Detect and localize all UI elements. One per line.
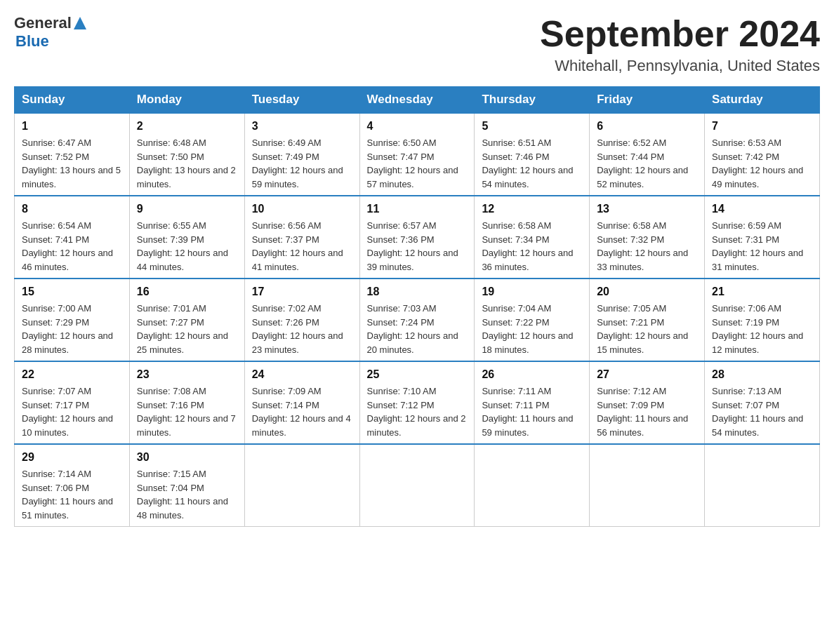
day-number: 27 [597, 366, 697, 383]
day-number: 14 [712, 201, 812, 217]
calendar-cell: 2Sunrise: 6:48 AMSunset: 7:50 PMDaylight… [129, 113, 244, 196]
calendar-cell: 28Sunrise: 7:13 AMSunset: 7:07 PMDayligh… [705, 361, 820, 444]
calendar-cell: 6Sunrise: 6:52 AMSunset: 7:44 PMDaylight… [590, 113, 705, 196]
day-header-thursday: Thursday [475, 87, 590, 114]
calendar-cell: 1Sunrise: 6:47 AMSunset: 7:52 PMDaylight… [15, 113, 130, 196]
day-number: 20 [597, 283, 697, 300]
day-number: 1 [22, 118, 122, 135]
day-header-sunday: Sunday [15, 87, 130, 114]
day-number: 8 [22, 201, 122, 217]
calendar-table: SundayMondayTuesdayWednesdayThursdayFrid… [14, 86, 820, 527]
week-row-1: 1Sunrise: 6:47 AMSunset: 7:52 PMDaylight… [15, 113, 820, 196]
logo: General Blue [14, 14, 88, 51]
calendar-cell: 7Sunrise: 6:53 AMSunset: 7:42 PMDaylight… [705, 113, 820, 196]
calendar-cell: 21Sunrise: 7:06 AMSunset: 7:19 PMDayligh… [705, 279, 820, 361]
calendar-cell: 13Sunrise: 6:58 AMSunset: 7:32 PMDayligh… [590, 196, 705, 279]
day-header-monday: Monday [129, 87, 244, 114]
calendar-cell: 4Sunrise: 6:50 AMSunset: 7:47 PMDaylight… [359, 113, 475, 196]
day-number: 3 [252, 118, 352, 135]
day-number: 5 [482, 118, 582, 135]
title-area: September 2024 Whitehall, Pennsylvania, … [540, 14, 820, 75]
day-number: 7 [712, 118, 812, 135]
calendar-cell: 18Sunrise: 7:03 AMSunset: 7:24 PMDayligh… [359, 279, 475, 361]
calendar-cell [359, 444, 475, 527]
calendar-cell [244, 444, 359, 527]
day-number: 15 [22, 283, 122, 300]
week-row-2: 8Sunrise: 6:54 AMSunset: 7:41 PMDaylight… [15, 196, 820, 279]
calendar-cell: 24Sunrise: 7:09 AMSunset: 7:14 PMDayligh… [244, 361, 359, 444]
calendar-cell: 20Sunrise: 7:05 AMSunset: 7:21 PMDayligh… [590, 279, 705, 361]
calendar-cell: 29Sunrise: 7:14 AMSunset: 7:06 PMDayligh… [15, 444, 130, 527]
svg-marker-0 [74, 17, 86, 29]
day-number: 29 [22, 449, 122, 466]
day-number: 6 [597, 118, 697, 135]
calendar-cell [705, 444, 820, 527]
logo-blue-text: Blue [15, 32, 88, 51]
day-number: 16 [137, 283, 237, 300]
calendar-cell: 14Sunrise: 6:59 AMSunset: 7:31 PMDayligh… [705, 196, 820, 279]
calendar-cell: 19Sunrise: 7:04 AMSunset: 7:22 PMDayligh… [475, 279, 590, 361]
day-number: 23 [137, 366, 237, 383]
calendar-cell: 15Sunrise: 7:00 AMSunset: 7:29 PMDayligh… [15, 279, 130, 361]
day-header-tuesday: Tuesday [244, 87, 359, 114]
calendar-cell: 25Sunrise: 7:10 AMSunset: 7:12 PMDayligh… [359, 361, 475, 444]
day-number: 18 [367, 283, 468, 300]
week-row-4: 22Sunrise: 7:07 AMSunset: 7:17 PMDayligh… [15, 361, 820, 444]
week-row-3: 15Sunrise: 7:00 AMSunset: 7:29 PMDayligh… [15, 279, 820, 361]
day-number: 26 [482, 366, 582, 383]
calendar-cell: 22Sunrise: 7:07 AMSunset: 7:17 PMDayligh… [15, 361, 130, 444]
calendar-cell: 5Sunrise: 6:51 AMSunset: 7:46 PMDaylight… [475, 113, 590, 196]
location-title: Whitehall, Pennsylvania, United States [540, 57, 820, 75]
day-number: 17 [252, 283, 352, 300]
calendar-cell: 10Sunrise: 6:56 AMSunset: 7:37 PMDayligh… [244, 196, 359, 279]
day-number: 25 [367, 366, 468, 383]
day-number: 9 [137, 201, 237, 217]
month-title: September 2024 [540, 14, 820, 54]
calendar-cell [475, 444, 590, 527]
day-number: 4 [367, 118, 468, 135]
calendar-cell: 8Sunrise: 6:54 AMSunset: 7:41 PMDaylight… [15, 196, 130, 279]
logo-triangle-icon [72, 15, 88, 31]
calendar-cell: 3Sunrise: 6:49 AMSunset: 7:49 PMDaylight… [244, 113, 359, 196]
day-number: 30 [137, 449, 237, 466]
day-number: 10 [252, 201, 352, 217]
calendar-cell: 26Sunrise: 7:11 AMSunset: 7:11 PMDayligh… [475, 361, 590, 444]
day-header-friday: Friday [590, 87, 705, 114]
header: General Blue September 2024 Whitehall, P… [14, 14, 820, 75]
week-row-5: 29Sunrise: 7:14 AMSunset: 7:06 PMDayligh… [15, 444, 820, 527]
logo-general-text: General [14, 14, 72, 32]
day-header-wednesday: Wednesday [359, 87, 475, 114]
day-number: 22 [22, 366, 122, 383]
calendar-cell: 11Sunrise: 6:57 AMSunset: 7:36 PMDayligh… [359, 196, 475, 279]
calendar-cell: 12Sunrise: 6:58 AMSunset: 7:34 PMDayligh… [475, 196, 590, 279]
calendar-cell: 17Sunrise: 7:02 AMSunset: 7:26 PMDayligh… [244, 279, 359, 361]
calendar-cell: 30Sunrise: 7:15 AMSunset: 7:04 PMDayligh… [129, 444, 244, 527]
day-number: 2 [137, 118, 237, 135]
day-number: 11 [367, 201, 468, 217]
day-number: 13 [597, 201, 697, 217]
calendar-cell: 9Sunrise: 6:55 AMSunset: 7:39 PMDaylight… [129, 196, 244, 279]
day-number: 24 [252, 366, 352, 383]
calendar-cell: 16Sunrise: 7:01 AMSunset: 7:27 PMDayligh… [129, 279, 244, 361]
day-header-row: SundayMondayTuesdayWednesdayThursdayFrid… [15, 87, 820, 114]
calendar-cell: 27Sunrise: 7:12 AMSunset: 7:09 PMDayligh… [590, 361, 705, 444]
calendar-cell [590, 444, 705, 527]
day-number: 21 [712, 283, 812, 300]
calendar-cell: 23Sunrise: 7:08 AMSunset: 7:16 PMDayligh… [129, 361, 244, 444]
day-header-saturday: Saturday [705, 87, 820, 114]
day-number: 19 [482, 283, 582, 300]
day-number: 12 [482, 201, 582, 217]
day-number: 28 [712, 366, 812, 383]
